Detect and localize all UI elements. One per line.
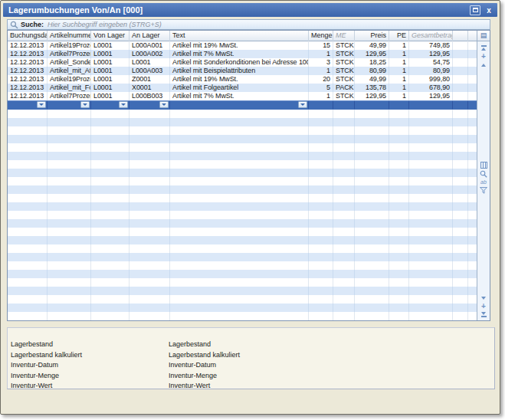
- table-cell[interactable]: [453, 278, 468, 287]
- table-cell[interactable]: [48, 194, 91, 202]
- table-cell[interactable]: [333, 177, 355, 185]
- table-cell[interactable]: [8, 278, 48, 287]
- table-cell[interactable]: [130, 177, 170, 185]
- table-cell[interactable]: [453, 287, 468, 295]
- table-cell[interactable]: [355, 152, 389, 160]
- table-cell[interactable]: [389, 261, 409, 270]
- table-cell[interactable]: [170, 143, 309, 152]
- table-cell[interactable]: [91, 169, 130, 177]
- table-cell[interactable]: Artikel7Prozent: [48, 50, 91, 58]
- table-cell[interactable]: [130, 244, 170, 253]
- table-cell[interactable]: [48, 253, 91, 261]
- empty-row[interactable]: [8, 118, 477, 126]
- table-cell[interactable]: [91, 295, 130, 304]
- table-cell[interactable]: [170, 194, 309, 202]
- empty-row[interactable]: [8, 219, 477, 228]
- table-cell[interactable]: 80,99: [355, 67, 389, 75]
- table-cell[interactable]: [333, 304, 355, 312]
- empty-row[interactable]: [8, 287, 477, 295]
- table-cell[interactable]: [8, 152, 48, 160]
- table-cell[interactable]: [170, 287, 309, 295]
- table-cell[interactable]: [409, 169, 453, 177]
- table-cell[interactable]: [130, 152, 170, 160]
- table-cell[interactable]: [8, 110, 48, 118]
- table-cell[interactable]: 1: [309, 92, 333, 100]
- table-cell[interactable]: 135,78: [355, 84, 389, 92]
- table-cell[interactable]: [48, 118, 91, 126]
- table-cell[interactable]: [8, 135, 48, 143]
- table-cell[interactable]: [355, 160, 389, 169]
- table-cell[interactable]: Artikel mit 19% MwSt.: [170, 75, 309, 84]
- table-cell[interactable]: [48, 236, 91, 244]
- table-cell[interactable]: [130, 278, 170, 287]
- table-cell[interactable]: L000A001: [130, 41, 170, 50]
- table-row[interactable]: 12.12.2013Artikel19ProzentL0001Z0001Arti…: [8, 75, 477, 84]
- table-cell[interactable]: [8, 261, 48, 270]
- dropdown-button[interactable]: [80, 101, 90, 108]
- table-cell[interactable]: 678,90: [409, 84, 453, 92]
- column-header[interactable]: Von Lager: [91, 31, 130, 41]
- table-cell[interactable]: [8, 202, 48, 211]
- table-cell[interactable]: [91, 304, 130, 312]
- empty-row[interactable]: [8, 169, 477, 177]
- table-row[interactable]: 12.12.2013Artikel7ProzentL0001L000A002Ar…: [8, 50, 477, 58]
- insert-row-button[interactable]: +: [477, 52, 490, 61]
- table-cell[interactable]: [48, 244, 91, 253]
- table-cell[interactable]: [309, 261, 333, 270]
- table-cell[interactable]: [453, 169, 468, 177]
- table-cell[interactable]: [333, 169, 355, 177]
- table-cell[interactable]: [48, 185, 91, 194]
- table-cell[interactable]: [389, 287, 409, 295]
- table-cell[interactable]: [48, 202, 91, 211]
- table-cell[interactable]: [333, 110, 355, 118]
- table-cell[interactable]: 12.12.2013: [8, 41, 48, 50]
- table-cell[interactable]: [389, 219, 409, 228]
- table-cell[interactable]: [170, 118, 309, 126]
- table-cell[interactable]: [8, 287, 48, 295]
- table-cell[interactable]: Artikel19Prozent: [48, 75, 91, 84]
- table-cell[interactable]: [453, 202, 468, 211]
- table-cell[interactable]: [409, 152, 453, 160]
- table-cell[interactable]: [170, 211, 309, 219]
- table-cell[interactable]: [170, 202, 309, 211]
- table-cell[interactable]: [8, 244, 48, 253]
- table-cell[interactable]: [453, 101, 468, 109]
- table-cell[interactable]: Artikel mit Sonderkonditionen bei Adress…: [170, 58, 309, 67]
- table-cell[interactable]: [453, 92, 468, 100]
- table-cell[interactable]: Artikel mit 7% MwSt.: [170, 92, 309, 100]
- table-cell[interactable]: [333, 118, 355, 126]
- empty-row[interactable]: [8, 236, 477, 244]
- table-cell[interactable]: [355, 253, 389, 261]
- empty-row[interactable]: [8, 278, 477, 287]
- table-cell[interactable]: [91, 101, 130, 109]
- table-cell[interactable]: [453, 261, 468, 270]
- table-cell[interactable]: [91, 228, 130, 236]
- table-cell[interactable]: [355, 101, 389, 109]
- table-cell[interactable]: 12.12.2013: [8, 92, 48, 100]
- table-cell[interactable]: [170, 185, 309, 194]
- empty-row[interactable]: [8, 244, 477, 253]
- empty-row[interactable]: [8, 261, 477, 270]
- table-cell[interactable]: [453, 177, 468, 185]
- table-cell[interactable]: [48, 177, 91, 185]
- table-cell[interactable]: [409, 253, 453, 261]
- table-cell[interactable]: [309, 169, 333, 177]
- table-cell[interactable]: [453, 312, 468, 320]
- table-cell[interactable]: [170, 169, 309, 177]
- table-cell[interactable]: [170, 177, 309, 185]
- table-cell[interactable]: [409, 287, 453, 295]
- table-cell[interactable]: [48, 228, 91, 236]
- table-row[interactable]: 12.12.2013Artikel_mit_AttributenL0001L00…: [8, 67, 477, 75]
- table-cell[interactable]: [389, 143, 409, 152]
- table-cell[interactable]: 12.12.2013: [8, 75, 48, 84]
- table-cell[interactable]: L0001: [91, 67, 130, 75]
- table-cell[interactable]: [170, 236, 309, 244]
- table-cell[interactable]: [453, 126, 468, 135]
- table-cell[interactable]: [355, 143, 389, 152]
- table-cell[interactable]: [355, 304, 389, 312]
- table-cell[interactable]: [355, 261, 389, 270]
- table-cell[interactable]: L0001: [91, 84, 130, 92]
- table-cell[interactable]: L0001: [91, 92, 130, 100]
- table-cell[interactable]: [409, 160, 453, 169]
- table-cell[interactable]: [453, 135, 468, 143]
